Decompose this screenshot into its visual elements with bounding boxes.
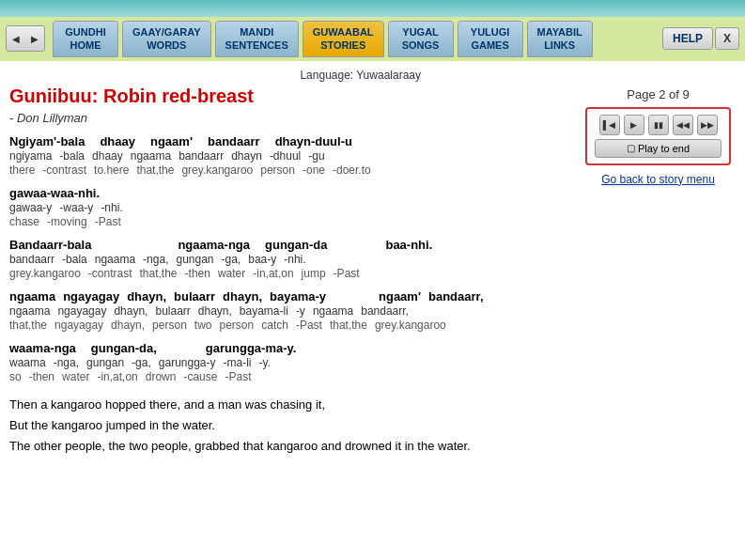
player-controls: ▌◀ ▶ ▮▮ ◀◀ ▶▶ bbox=[595, 115, 722, 135]
word-ngaam2: ngaam' bbox=[379, 289, 421, 303]
eng-past: -Past bbox=[95, 215, 121, 228]
nav-back-button[interactable]: ◀ bbox=[7, 26, 25, 51]
gs5-mali: -ma-li bbox=[224, 356, 252, 369]
ge4-person: person bbox=[152, 319, 187, 332]
ge5-then: -then bbox=[29, 370, 54, 383]
gs-ga: -ga, bbox=[222, 253, 241, 266]
ge5-water: water bbox=[62, 370, 89, 383]
help-area: HELP X bbox=[662, 27, 739, 50]
word-dhayn-duul-u: dhayn-duul-u bbox=[275, 134, 352, 148]
gloss-dhuul: -dhuul bbox=[270, 149, 301, 163]
gs-nga: -nga, bbox=[143, 253, 168, 266]
ge5-past: -Past bbox=[225, 370, 251, 383]
main-content: Language: Yuwaalaraay Guniibuu: Robin re… bbox=[9, 69, 571, 457]
gloss-waa-y: -waa-y bbox=[59, 201, 93, 214]
ge4-person2: person bbox=[220, 319, 255, 332]
gs5-y: -y. bbox=[259, 356, 271, 369]
tab-gaay[interactable]: GAAY/GARAY WORDS bbox=[122, 21, 211, 57]
eng-contrast: -contrast bbox=[42, 163, 86, 177]
tab-mayabil[interactable]: MAYABIL LINKS bbox=[527, 21, 593, 57]
tab-yugal[interactable]: YUGAL SONGS bbox=[388, 21, 454, 57]
gs5-gungan: gungan bbox=[86, 356, 124, 369]
word-gawaa-waa-nhi: gawaa-waa-nhi. bbox=[9, 186, 100, 200]
word-dhayn1: dhayn, bbox=[127, 289, 166, 303]
eng-greykangaroo: grey.kangaroo bbox=[181, 163, 253, 177]
tab-guwaabal[interactable]: GUWAABAL STORIES bbox=[303, 21, 384, 57]
player-box: ▌◀ ▶ ▮▮ ◀◀ ▶▶ ▢ Play to end bbox=[585, 107, 731, 165]
gs-ngaama2: ngaama bbox=[95, 253, 135, 266]
sentence-2: gawaa-waa-nhi. gawaa-y -waa-y -nhi. chas… bbox=[9, 186, 571, 228]
ge4-thatthe2: that,the bbox=[330, 319, 367, 332]
gloss-bala: -bala bbox=[59, 149, 85, 163]
gs-bandaarr: bandaarr bbox=[9, 253, 54, 266]
word-dhaay: dhaay bbox=[100, 134, 135, 148]
ge4-two: two bbox=[194, 319, 212, 332]
nav-forward-button[interactable]: ▶ bbox=[25, 26, 44, 51]
word-bandaarr-bala: Bandaarr-bala bbox=[9, 238, 91, 252]
gloss-ngaama: ngaama bbox=[131, 149, 171, 163]
ge-then: -then bbox=[185, 267, 210, 280]
story-author: - Don Lillyman bbox=[9, 111, 571, 125]
gloss-bandaarr2: bandaarr bbox=[178, 149, 224, 163]
gs-bala: -bala bbox=[62, 253, 87, 266]
language-label: Language: Yuwaalaraay bbox=[9, 69, 571, 82]
gloss-gu: -gu bbox=[308, 149, 324, 163]
fast-forward-button[interactable]: ▶▶ bbox=[697, 115, 718, 135]
word-ngaam: ngaam' bbox=[150, 134, 193, 148]
ge-greykangaroo2: grey.kangaroo bbox=[9, 267, 81, 280]
ge5-inaton: -in,at,on bbox=[97, 370, 137, 383]
gloss-dhaay2: dhaay bbox=[92, 149, 123, 163]
close-button[interactable]: X bbox=[715, 27, 739, 50]
gs-baa-y: baa-y bbox=[248, 253, 276, 266]
ge4-ngayagay: ngayagay bbox=[54, 319, 103, 332]
gs5-waama: waama bbox=[9, 356, 46, 369]
help-button[interactable]: HELP bbox=[662, 27, 713, 50]
ge-past2: -Past bbox=[334, 267, 360, 280]
gs5-nga: -nga, bbox=[54, 356, 79, 369]
ge-water: water bbox=[218, 267, 245, 280]
go-back-link[interactable]: Go back to story menu bbox=[601, 173, 715, 186]
gs-gungan: gungan bbox=[176, 253, 213, 266]
play-to-end-button[interactable]: ▢ Play to end bbox=[595, 139, 722, 158]
play-button[interactable]: ▶ bbox=[624, 115, 644, 135]
ge-jump: jump bbox=[302, 267, 326, 280]
eng-person: person bbox=[260, 163, 295, 177]
word-bulaarr: bulaarr bbox=[174, 289, 215, 303]
translation-3: The other people, the two people, grabbe… bbox=[9, 436, 571, 457]
gs4-ngaama2: ngaama bbox=[313, 304, 353, 318]
ge4-past: -Past bbox=[296, 319, 322, 332]
navigation-bar: ◀ ▶ GUNDHI HOME GAAY/GARAY WORDS MANDI S… bbox=[0, 17, 745, 61]
gs4-ngaama: ngaama bbox=[9, 304, 50, 318]
ge-inaton: -in,at,on bbox=[253, 267, 293, 280]
top-decorative-bar bbox=[0, 0, 745, 17]
page-info: Page 2 of 9 bbox=[627, 87, 690, 101]
eng-tohere: to.here bbox=[94, 163, 129, 177]
gs5-garungga: garungga-y bbox=[159, 356, 216, 369]
word-ngayagay: ngayagay bbox=[63, 289, 119, 303]
translation-2: But the kangaroo jumped in the water. bbox=[9, 415, 571, 436]
word-gungan-da2: gungan-da, bbox=[91, 341, 157, 355]
right-panel: Page 2 of 9 ▌◀ ▶ ▮▮ ◀◀ ▶▶ ▢ Play to end … bbox=[581, 69, 736, 457]
eng-doerto: -doer.to bbox=[333, 163, 371, 177]
word-ngiyam-bala: Ngiyam'-bala bbox=[9, 134, 85, 148]
nav-arrows: ◀ ▶ bbox=[6, 25, 45, 52]
skip-back-button[interactable]: ▌◀ bbox=[599, 115, 620, 135]
word-baa-nhi: baa-nhi. bbox=[385, 238, 432, 252]
tab-yulugi[interactable]: YULUGI GAMES bbox=[458, 21, 523, 57]
pause-button[interactable]: ▮▮ bbox=[648, 115, 669, 135]
tab-gundhi[interactable]: GUNDHI HOME bbox=[53, 21, 118, 57]
word-gungan-da: gungan-da bbox=[265, 238, 327, 252]
word-ngaama: ngaama bbox=[9, 289, 55, 303]
gs4-ngayagay: ngayagay bbox=[57, 304, 106, 318]
gs-nhi2: -nhi. bbox=[284, 253, 305, 266]
word-ngaama-nga: ngaama-nga bbox=[178, 238, 250, 252]
gs4-dhayn: dhayn, bbox=[114, 304, 147, 318]
gloss-gawaa-y: gawaa-y bbox=[9, 201, 52, 214]
word-bayama-y: bayama-y bbox=[270, 289, 326, 303]
ge-contrast2: -contrast bbox=[88, 267, 132, 280]
tab-mandi[interactable]: MANDI SENTENCES bbox=[215, 21, 299, 57]
rewind-button[interactable]: ◀◀ bbox=[673, 115, 693, 135]
ge-thatthe2: that,the bbox=[140, 267, 178, 280]
word-bandaarr: bandaarr bbox=[208, 134, 260, 148]
sentence-1: Ngiyam'-bala dhaay ngaam' bandaarr dhayn… bbox=[9, 134, 571, 177]
